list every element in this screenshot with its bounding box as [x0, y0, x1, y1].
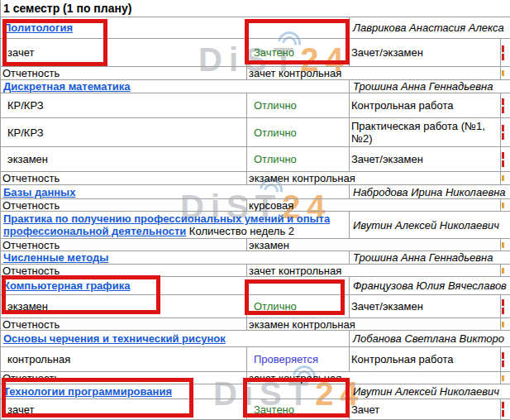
grade-value: Отлично: [254, 99, 297, 112]
assessment-type: зачет: [1, 399, 247, 419]
clipped-edge-cell: [501, 265, 510, 276]
grade-row: контрольнаяПроверяетсяКонтрольная работа: [1, 347, 510, 372]
report-value: экзамен: [247, 239, 501, 251]
course-name-cell: Основы черчения и технический рисунок: [1, 331, 350, 346]
assessment-type: КР/КРЗ: [1, 93, 247, 117]
work-type: Контрольная работа: [350, 347, 501, 371]
course-link[interactable]: Численные методы: [3, 251, 108, 264]
clipped-edge-cell: [501, 239, 510, 251]
clipped-text-mark: [502, 268, 504, 274]
course-link[interactable]: Дискретная математика: [3, 80, 131, 93]
course-name-cell: Практика по получению профессиональных у…: [1, 212, 350, 238]
grade-row: экзаменОтличноЗачет/экзамен: [1, 295, 510, 318]
work-type: Практическая работа (№1, №2): [350, 118, 501, 146]
teacher-name: Лобанова Светлана Викторо: [350, 331, 510, 346]
clipped-text-mark: [502, 203, 504, 208]
grade-cell: Отлично: [247, 147, 350, 171]
report-row: Отчетностьзачет контрольная: [1, 265, 510, 277]
course-name-text: Компьютерная графика: [3, 279, 130, 292]
work-type: Контрольная работа: [350, 93, 501, 117]
teacher-name: Трошина Анна Геннадьевна: [350, 251, 510, 264]
grade-value: Зачтено: [254, 46, 294, 59]
course-name-text: Технологии программирования: [3, 385, 172, 398]
work-type: Зачет/экзамен: [350, 147, 501, 171]
report-label: Отчетность: [1, 172, 247, 184]
course-link[interactable]: Политология: [3, 21, 73, 34]
course-name-cell: Технологии программирования: [1, 384, 350, 399]
course-row: Численные методыТрошина Анна Геннадьевна: [1, 251, 510, 265]
course-link[interactable]: Технологии программирования: [3, 385, 172, 398]
report-row: Отчетностьэкзамен: [1, 239, 510, 251]
course-row: Компьютерная графикаФранцузова Юлия Вяче…: [1, 277, 510, 295]
report-value: зачет контрольная: [247, 67, 501, 79]
clipped-text-mark: [502, 402, 504, 408]
report-row: Отчетностькурсовая: [1, 199, 510, 212]
clipped-edge-cell: [501, 39, 510, 66]
clipped-text-mark: [502, 70, 504, 76]
report-label: Отчетность: [1, 372, 247, 384]
clipped-text-mark: [502, 322, 504, 327]
work-type: Зачет/экзамен: [350, 39, 501, 66]
clipped-text-mark: [502, 45, 504, 52]
work-type: Зачет: [350, 399, 501, 419]
report-label: Отчетность: [1, 199, 247, 211]
report-row: Отчетностьзачет контрольная: [1, 67, 510, 80]
course-link[interactable]: Базы данных: [3, 186, 75, 198]
clipped-text-mark: [502, 299, 504, 306]
course-name-text: Политология: [3, 21, 73, 34]
course-name-text: Основы черчения и технический рисунок: [3, 332, 226, 345]
course-link[interactable]: Основы черчения и технический рисунок: [3, 332, 226, 345]
report-label: Отчетность: [1, 239, 247, 251]
grade-value: Отлично: [254, 153, 297, 165]
clipped-edge-cell: [501, 172, 510, 184]
work-type: Зачет/экзамен: [350, 295, 501, 317]
assessment-type: контрольная: [1, 347, 247, 371]
course-row: Базы данныхНабродова Ирина Николаевна: [1, 185, 510, 199]
assessment-type: зачет: [1, 39, 247, 66]
clipped-text-mark: [502, 54, 504, 60]
report-label: Отчетность: [1, 67, 247, 79]
report-value: зачет контрольная: [247, 372, 501, 384]
course-row: Дискретная математикаТрошина Анна Геннад…: [1, 80, 510, 93]
teacher-name: Французова Юлия Вячеславов: [350, 277, 510, 294]
course-name-text: Практика по получению профессиональных у…: [3, 212, 347, 237]
clipped-edge-cell: [501, 399, 510, 419]
clipped-text-mark: [502, 242, 504, 248]
clipped-text-mark: [502, 107, 504, 113]
teacher-name: Набродова Ирина Николаевна: [350, 185, 510, 198]
clipped-text-mark: [502, 98, 504, 105]
clipped-edge-cell: [501, 199, 510, 211]
grade-cell: Проверяется: [247, 347, 350, 371]
clipped-edge-cell: [501, 347, 510, 371]
report-value: экзамен контрольная: [247, 172, 501, 184]
report-label: Отчетность: [1, 265, 247, 276]
clipped-text-mark: [502, 360, 504, 367]
grade-row: зачетЗачтеноЗачет/экзамен: [1, 39, 510, 67]
gradebook-screen: DiST24DiST24DiST24 1 семестр (1 по плану…: [0, 0, 510, 420]
grade-row: КР/КРЗОтличноПрактическая работа (№1, №2…: [1, 118, 510, 147]
course-name-cell: Базы данных: [1, 185, 350, 198]
course-name-cell: Политология: [1, 17, 350, 38]
grade-row: экзаменОтличноЗачет/экзамен: [1, 147, 510, 172]
grade-cell: Отлично: [247, 118, 350, 146]
teacher-name: Трошина Анна Геннадьевна: [350, 80, 510, 93]
clipped-text-mark: [502, 152, 504, 159]
clipped-edge-cell: [501, 93, 510, 117]
course-row: Технологии программированияИвутин Алексе…: [1, 384, 510, 399]
clipped-text-mark: [502, 410, 504, 417]
course-row: Практика по получению профессиональных у…: [1, 212, 510, 239]
report-value: зачет контрольная: [247, 265, 501, 276]
clipped-text-mark: [502, 308, 504, 314]
clipped-edge-cell: [501, 147, 510, 171]
grade-cell: Зачтено: [247, 399, 350, 419]
course-link[interactable]: Компьютерная графика: [3, 279, 130, 292]
assessment-type: экзамен: [1, 147, 247, 171]
report-row: Отчетностьэкзамен контрольная: [1, 318, 510, 331]
teacher-name: Лаврикова Анастасия Алекса: [350, 17, 510, 38]
clipped-text-mark: [502, 133, 504, 140]
report-row: Отчетностьзачет контрольная: [1, 372, 510, 384]
clipped-edge-cell: [501, 118, 510, 146]
course-row: Основы черчения и технический рисунокЛоб…: [1, 331, 510, 347]
course-row: ПолитологияЛаврикова Анастасия Алекса: [1, 17, 510, 39]
assessment-type: экзамен: [1, 295, 247, 317]
